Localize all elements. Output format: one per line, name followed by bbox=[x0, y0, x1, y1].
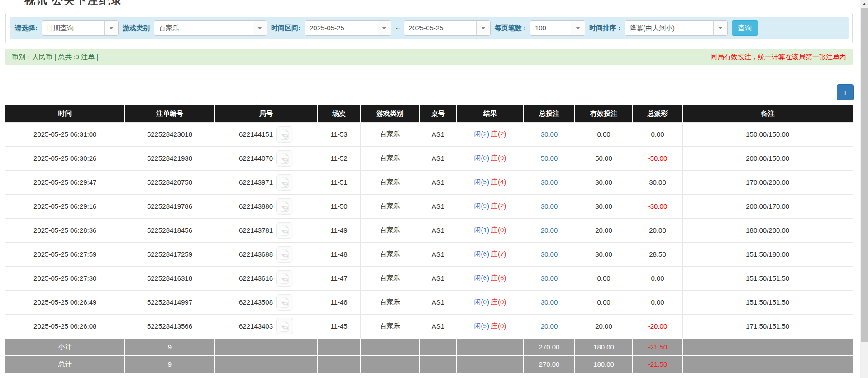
total-bet-link[interactable]: 20.00 bbox=[541, 226, 558, 234]
cell-bet-id: 522528423018 bbox=[125, 122, 215, 146]
video-file-icon[interactable] bbox=[276, 198, 293, 215]
date-to-select[interactable]: 2025-05-25 bbox=[404, 20, 491, 36]
pagination: 1 bbox=[5, 84, 854, 100]
total-bet-link[interactable]: 30.00 bbox=[541, 298, 558, 306]
cell-table-number: AS1 bbox=[420, 146, 457, 170]
table-row: 2025-05-25 06:29:47 522528420750 6221439… bbox=[5, 170, 853, 194]
cell-time: 2025-05-25 06:27:30 bbox=[5, 266, 125, 290]
sort-order-value: 降冪(由大到小) bbox=[625, 21, 713, 35]
total-valid-bet: 180.00 bbox=[575, 355, 633, 373]
round-number: 622144070 bbox=[239, 154, 273, 162]
table-row: 2025-05-25 06:27:59 522528417259 6221436… bbox=[5, 242, 853, 266]
video-file-icon[interactable] bbox=[276, 318, 293, 334]
result-player: 闲(5) bbox=[474, 178, 489, 186]
total-bet-link[interactable]: 30.00 bbox=[541, 202, 558, 210]
cell-round: 622143781 bbox=[215, 218, 318, 242]
cell-note: 200.00/170.00 bbox=[682, 194, 853, 218]
result-player: 闲(1) bbox=[474, 226, 489, 234]
cell-note: 180.00/200.00 bbox=[682, 218, 853, 242]
cell-session: 11-51 bbox=[318, 170, 360, 194]
video-file-icon[interactable] bbox=[276, 222, 293, 239]
cell-total-bet: 30.00 bbox=[524, 170, 575, 194]
subtotal-row: 小计 9 270.00 180.00 -21.50 bbox=[5, 338, 853, 355]
cell-game-type: 百家乐 bbox=[360, 146, 420, 170]
query-type-select[interactable]: 日期查询 bbox=[42, 20, 119, 36]
subtotal-valid-bet: 180.00 bbox=[575, 338, 633, 355]
cell-total-bet: 50.00 bbox=[524, 146, 575, 170]
cell-session: 11-48 bbox=[318, 242, 360, 266]
round-number: 622144151 bbox=[239, 130, 273, 138]
cell-table-number: AS1 bbox=[420, 242, 457, 266]
scrollbar-thumb[interactable] bbox=[861, 8, 868, 342]
total-bet-link[interactable]: 30.00 bbox=[541, 130, 558, 138]
round-number: 622143971 bbox=[239, 178, 273, 186]
video-file-icon[interactable] bbox=[276, 174, 293, 191]
total-bet-link[interactable]: 20.00 bbox=[541, 322, 558, 330]
cell-total-bet: 30.00 bbox=[524, 122, 575, 146]
round-number: 622143403 bbox=[239, 322, 273, 330]
date-to-value: 2025-05-25 bbox=[404, 21, 476, 35]
scroll-up-icon[interactable] bbox=[860, 0, 868, 8]
result-banker: 庄(0) bbox=[491, 298, 506, 306]
column-header-6: 结果 bbox=[457, 105, 524, 122]
result-banker: 庄(2) bbox=[491, 202, 506, 210]
cell-note: 171.50/151.50 bbox=[682, 314, 853, 338]
game-type-select[interactable]: 百家乐 bbox=[154, 20, 267, 36]
cell-time: 2025-05-25 06:31:00 bbox=[5, 122, 125, 146]
chevron-down-icon[interactable] bbox=[104, 21, 118, 35]
cell-payout: 28.50 bbox=[633, 242, 682, 266]
column-header-2: 局号 bbox=[215, 105, 318, 122]
round-number: 622143688 bbox=[239, 250, 273, 258]
cell-payout: 0.00 bbox=[633, 290, 682, 314]
video-file-icon[interactable] bbox=[276, 270, 293, 287]
date-from-select[interactable]: 2025-05-25 bbox=[305, 20, 391, 36]
cell-round: 622143971 bbox=[215, 170, 318, 194]
chevron-down-icon[interactable] bbox=[571, 21, 585, 35]
subtotal-count: 9 bbox=[125, 338, 215, 355]
sort-order-select[interactable]: 降冪(由大到小) bbox=[625, 20, 728, 36]
per-page-select[interactable]: 100 bbox=[530, 20, 585, 36]
cell-payout: 20.00 bbox=[633, 218, 682, 242]
cell-table-number: AS1 bbox=[420, 266, 457, 290]
result-player: 闲(0) bbox=[474, 298, 489, 306]
total-total-bet: 270.00 bbox=[524, 355, 575, 373]
records-table: 时间注单编号局号场次游戏类别桌号结果总投注有效投注总派彩备注 2025-05-2… bbox=[5, 105, 853, 373]
per-page-label: 每页笔数 : bbox=[495, 24, 526, 33]
total-label: 总计 bbox=[5, 355, 125, 373]
cell-session: 11-45 bbox=[318, 314, 360, 338]
total-bet-link[interactable]: 30.00 bbox=[541, 250, 558, 258]
video-file-icon[interactable] bbox=[276, 126, 293, 143]
total-bet-link[interactable]: 50.00 bbox=[541, 154, 558, 162]
vertical-scrollbar[interactable] bbox=[860, 0, 868, 378]
search-button[interactable]: 查询 bbox=[732, 20, 758, 36]
game-type-value: 百家乐 bbox=[154, 21, 253, 35]
round-number: 622143616 bbox=[239, 274, 273, 282]
video-file-icon[interactable] bbox=[276, 294, 293, 311]
video-file-icon[interactable] bbox=[276, 150, 293, 167]
video-file-icon[interactable] bbox=[276, 246, 293, 263]
cell-table-number: AS1 bbox=[420, 122, 457, 146]
cell-round: 622143616 bbox=[215, 266, 318, 290]
cell-note: 151.50/151.50 bbox=[682, 290, 853, 314]
cell-game-type: 百家乐 bbox=[360, 290, 420, 314]
cell-session: 11-47 bbox=[318, 266, 360, 290]
chevron-down-icon[interactable] bbox=[713, 21, 727, 35]
chevron-down-icon[interactable] bbox=[377, 21, 391, 35]
cell-valid-bet: 0.00 bbox=[575, 266, 633, 290]
total-bet-link[interactable]: 30.00 bbox=[541, 274, 558, 282]
column-header-7: 总投注 bbox=[524, 105, 575, 122]
chevron-down-icon[interactable] bbox=[253, 21, 267, 35]
result-banker: 庄(7) bbox=[491, 250, 506, 258]
table-row: 2025-05-25 06:27:30 522528416318 6221436… bbox=[5, 266, 853, 290]
cell-note: 151.50/151.50 bbox=[682, 266, 853, 290]
cell-bet-id: 522528414997 bbox=[125, 290, 215, 314]
total-bet-link[interactable]: 30.00 bbox=[541, 178, 558, 186]
result-banker: 庄(4) bbox=[491, 178, 506, 186]
chevron-down-icon[interactable] bbox=[476, 21, 490, 35]
result-banker: 庄(6) bbox=[491, 274, 506, 282]
cell-result: 闲(2) 庄(2) bbox=[457, 122, 524, 146]
result-player: 闲(9) bbox=[474, 202, 489, 210]
column-header-8: 有效投注 bbox=[575, 105, 633, 122]
table-row: 2025-05-25 06:30:26 522528421930 6221440… bbox=[5, 146, 853, 170]
page-1-button[interactable]: 1 bbox=[837, 84, 854, 100]
